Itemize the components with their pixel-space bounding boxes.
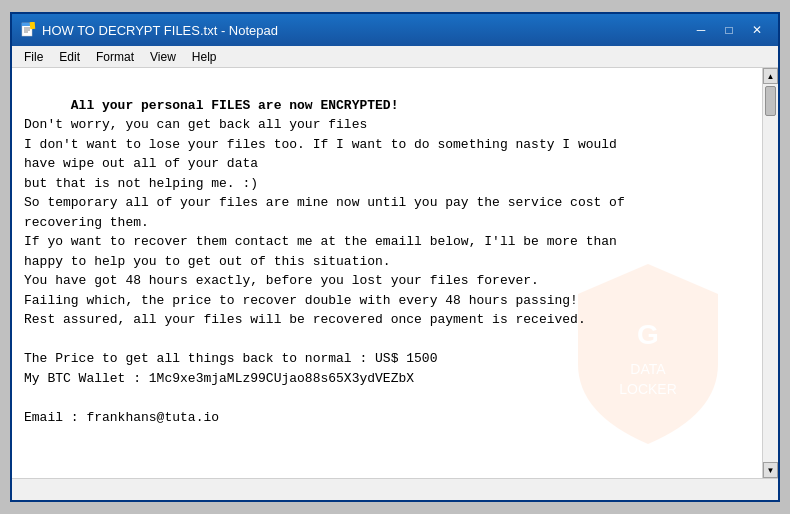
menu-bar: File Edit Format View Help xyxy=(12,46,778,68)
title-bar-left: HOW TO DECRYPT FILES.txt - Notepad xyxy=(20,22,278,38)
notepad-window: HOW TO DECRYPT FILES.txt - Notepad ─ □ ✕… xyxy=(10,12,780,502)
title-bar-controls: ─ □ ✕ xyxy=(688,20,770,40)
svg-rect-5 xyxy=(30,22,36,29)
menu-format[interactable]: Format xyxy=(88,48,142,66)
notepad-icon xyxy=(20,22,36,38)
scroll-down-button[interactable]: ▼ xyxy=(763,462,778,478)
title-bar: HOW TO DECRYPT FILES.txt - Notepad ─ □ ✕ xyxy=(12,14,778,46)
window-title: HOW TO DECRYPT FILES.txt - Notepad xyxy=(42,23,278,38)
menu-view[interactable]: View xyxy=(142,48,184,66)
status-bar xyxy=(12,478,778,500)
content-area: All your personal FILES are now ENCRYPTE… xyxy=(12,68,778,478)
scroll-track xyxy=(763,84,778,462)
text-editor[interactable]: All your personal FILES are now ENCRYPTE… xyxy=(12,68,762,478)
body-text: Don't worry, you can get back all your f… xyxy=(24,117,625,425)
scroll-up-button[interactable]: ▲ xyxy=(763,68,778,84)
menu-help[interactable]: Help xyxy=(184,48,225,66)
minimize-button[interactable]: ─ xyxy=(688,20,714,40)
scroll-thumb[interactable] xyxy=(765,86,776,116)
maximize-button[interactable]: □ xyxy=(716,20,742,40)
menu-edit[interactable]: Edit xyxy=(51,48,88,66)
heading: All your personal FILES are now ENCRYPTE… xyxy=(71,98,399,113)
close-button[interactable]: ✕ xyxy=(744,20,770,40)
scrollbar-vertical[interactable]: ▲ ▼ xyxy=(762,68,778,478)
menu-file[interactable]: File xyxy=(16,48,51,66)
